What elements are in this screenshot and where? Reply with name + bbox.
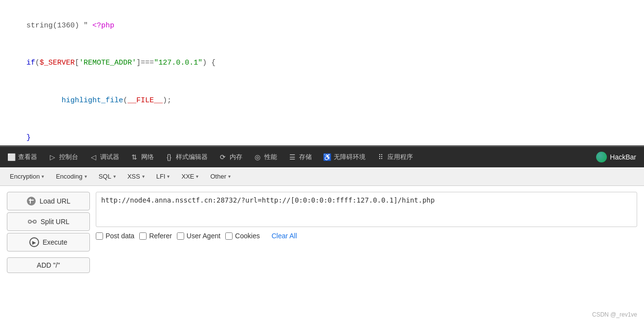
post-data-checkbox[interactable] bbox=[96, 232, 103, 240]
toolbar-console-label: 控制台 bbox=[59, 153, 78, 161]
toolbar-accessibility-label: 无障碍环境 bbox=[334, 153, 365, 161]
menu-lfi[interactable]: LFI ▾ bbox=[151, 170, 175, 183]
toolbar-hackbar-label: HackBar bbox=[610, 153, 636, 161]
left-buttons: Load URL Split URL ▶ Execute bbox=[7, 192, 90, 251]
toolbar-memory[interactable]: ⟳ 内存 bbox=[214, 147, 247, 167]
code-line: } bbox=[9, 119, 635, 147]
debugger-icon: ◁ bbox=[89, 153, 98, 161]
hackbar-main: Load URL Split URL ▶ Execute Post data R… bbox=[0, 186, 644, 257]
storage-icon: ☰ bbox=[288, 153, 297, 161]
toolbar-performance-label: 性能 bbox=[264, 153, 277, 161]
url-area: Post data Referer User Agent Cookies Cle… bbox=[96, 192, 637, 241]
application-icon: ⠿ bbox=[376, 153, 385, 161]
menu-other[interactable]: Other ▾ bbox=[205, 170, 236, 183]
toolbar-network[interactable]: ⇅ 网络 bbox=[125, 147, 159, 167]
post-data-label: Post data bbox=[106, 232, 134, 240]
menu-encryption[interactable]: Encryption ▾ bbox=[5, 170, 49, 183]
toolbar-style-editor-label: 样式编辑器 bbox=[176, 153, 208, 161]
referer-checkbox-label[interactable]: Referer bbox=[139, 232, 172, 240]
svg-rect-2 bbox=[29, 200, 34, 201]
referer-checkbox[interactable] bbox=[139, 232, 147, 240]
toolbar-hackbar[interactable]: HackBar bbox=[590, 150, 642, 164]
toolbar-inspector[interactable]: ⬜ 查看器 bbox=[2, 147, 42, 167]
toolbar-memory-label: 内存 bbox=[230, 153, 242, 161]
network-icon: ⇅ bbox=[130, 153, 139, 161]
execute-button[interactable]: ▶ Execute bbox=[7, 233, 90, 251]
svg-point-3 bbox=[28, 220, 31, 223]
url-input[interactable] bbox=[96, 192, 637, 227]
chevron-down-icon: ▾ bbox=[113, 174, 116, 179]
inspector-icon: ⬜ bbox=[7, 153, 16, 161]
execute-icon: ▶ bbox=[29, 237, 39, 247]
menu-xxe[interactable]: XXE ▾ bbox=[176, 170, 203, 183]
code-line: string(1360) " <?php bbox=[9, 7, 635, 45]
performance-icon: ◎ bbox=[253, 153, 262, 161]
menubar: Encryption ▾ Encoding ▾ SQL ▾ XSS ▾ LFI … bbox=[0, 167, 644, 186]
post-data-checkbox-label[interactable]: Post data bbox=[96, 232, 134, 240]
style-editor-icon: {} bbox=[165, 153, 173, 161]
svg-point-0 bbox=[27, 197, 36, 206]
toolbar-application[interactable]: ⠿ 应用程序 bbox=[371, 147, 418, 167]
split-url-button[interactable]: Split URL bbox=[7, 212, 90, 231]
chevron-down-icon: ▾ bbox=[85, 174, 87, 179]
cookies-label: Cookies bbox=[235, 232, 260, 240]
chevron-down-icon: ▾ bbox=[167, 174, 170, 179]
toolbar-network-label: 网络 bbox=[141, 153, 154, 161]
add-slash-button[interactable]: ADD "/" bbox=[7, 257, 90, 273]
cookies-checkbox[interactable] bbox=[225, 232, 233, 240]
console-icon: ▷ bbox=[48, 153, 57, 161]
menu-sql[interactable]: SQL ▾ bbox=[94, 170, 121, 183]
toolbar-style-editor[interactable]: {} 样式编辑器 bbox=[160, 147, 213, 167]
toolbar-performance[interactable]: ◎ 性能 bbox=[248, 147, 282, 167]
accessibility-icon: ♿ bbox=[322, 153, 331, 161]
svg-point-4 bbox=[33, 220, 36, 223]
toolbar-console[interactable]: ▷ 控制台 bbox=[43, 147, 83, 167]
svg-rect-1 bbox=[30, 199, 31, 204]
memory-icon: ⟳ bbox=[218, 153, 227, 161]
split-url-icon bbox=[27, 217, 37, 227]
code-area: string(1360) " <?php if($_SERVER['REMOTE… bbox=[0, 0, 644, 147]
toolbar-storage-label: 存储 bbox=[299, 153, 312, 161]
clear-all-button[interactable]: Clear All bbox=[269, 231, 300, 241]
toolbar-debugger-label: 调试器 bbox=[100, 153, 119, 161]
user-agent-checkbox[interactable] bbox=[177, 232, 184, 240]
chevron-down-icon: ▾ bbox=[228, 174, 231, 179]
cookies-checkbox-label[interactable]: Cookies bbox=[225, 232, 260, 240]
toolbar-debugger[interactable]: ◁ 调试器 bbox=[84, 147, 124, 167]
menu-xss[interactable]: XSS ▾ bbox=[123, 170, 150, 183]
user-agent-label: User Agent bbox=[187, 232, 220, 240]
menu-encoding[interactable]: Encoding ▾ bbox=[51, 170, 91, 183]
chevron-down-icon: ▾ bbox=[196, 174, 198, 179]
toolbar: ⬜ 查看器 ▷ 控制台 ◁ 调试器 ⇅ 网络 {} 样式编辑器 ⟳ 内存 ◎ 性… bbox=[0, 147, 644, 167]
bottom-bar: Post data Referer User Agent Cookies Cle… bbox=[96, 231, 637, 241]
footer: CSDN @_rev1ve bbox=[592, 311, 637, 318]
code-line: highlight_file(__FILE__); bbox=[9, 82, 635, 119]
load-url-icon bbox=[26, 196, 36, 206]
toolbar-storage[interactable]: ☰ 存储 bbox=[283, 147, 317, 167]
toolbar-inspector-label: 查看器 bbox=[18, 153, 37, 161]
toolbar-accessibility[interactable]: ♿ 无障碍环境 bbox=[318, 147, 370, 167]
add-row: ADD "/" bbox=[0, 257, 644, 278]
chevron-down-icon: ▾ bbox=[42, 174, 44, 179]
user-agent-checkbox-label[interactable]: User Agent bbox=[177, 232, 220, 240]
hackbar-globe-icon bbox=[596, 152, 607, 162]
referer-label: Referer bbox=[149, 232, 172, 240]
chevron-down-icon: ▾ bbox=[142, 174, 145, 179]
code-line: if($_SERVER['REMOTE_ADDR']==="127.0.0.1"… bbox=[9, 45, 635, 82]
toolbar-application-label: 应用程序 bbox=[387, 153, 413, 161]
load-url-button[interactable]: Load URL bbox=[7, 192, 90, 210]
